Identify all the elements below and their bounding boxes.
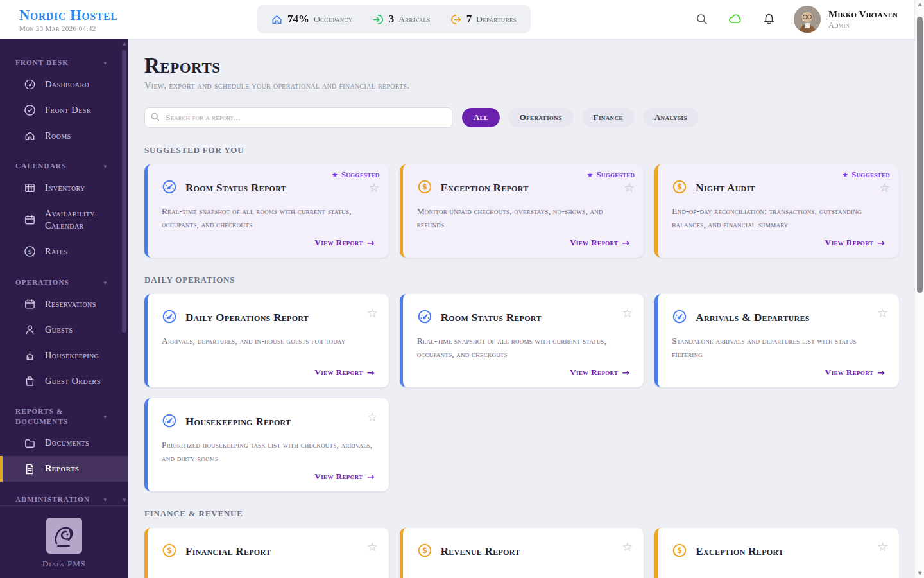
arrivals-stat: 3 Arrivals <box>372 13 431 26</box>
dollar-icon: $ <box>672 179 687 197</box>
cloud-sync-icon[interactable] <box>727 11 744 28</box>
sidebar-section-front-desk[interactable]: Front Desk ▾ <box>0 58 128 67</box>
favorite-star-icon[interactable]: ☆ <box>622 541 633 553</box>
svg-text:$: $ <box>677 546 682 555</box>
scroll-up-icon[interactable]: ▲ <box>122 41 127 46</box>
view-report-link[interactable]: View Report→ <box>314 367 374 378</box>
avatar[interactable] <box>794 6 821 33</box>
diafa-pms-logo <box>46 518 82 554</box>
view-report-link[interactable]: View Report→ <box>570 238 629 248</box>
view-report-link[interactable]: View Report→ <box>314 238 374 248</box>
sidebar-item-rooms[interactable]: Rooms <box>0 123 128 148</box>
header-stats: 74% Occupancy 3 Arrivals 7 Departures <box>257 5 531 33</box>
view-report-link[interactable]: View Report→ <box>570 367 629 378</box>
sidebar-footer: Diafa PMS <box>0 506 128 578</box>
svg-text:$: $ <box>167 546 172 555</box>
person-icon <box>23 324 36 336</box>
favorite-star-icon[interactable]: ☆ <box>877 541 888 553</box>
search-input[interactable] <box>144 107 452 128</box>
sidebar-item-label: Rooms <box>45 130 71 143</box>
sidebar-item-inventory[interactable]: Inventory <box>0 175 128 201</box>
favorite-star-icon[interactable]: ☆ <box>622 307 633 319</box>
favorite-star-icon[interactable]: ☆ <box>624 182 635 194</box>
view-report-link[interactable]: View Report→ <box>314 471 374 482</box>
scrollbar-thumb[interactable] <box>917 17 923 293</box>
report-card-room-status-2[interactable]: ☆ Room Status Report Real-time snapshot … <box>400 294 644 387</box>
report-card-exception[interactable]: ★Suggested ☆ $ Exception Report Monitor … <box>400 164 644 258</box>
favorite-star-icon[interactable]: ☆ <box>877 307 888 319</box>
occupancy-label: Occupancy <box>314 14 353 24</box>
report-card-revenue[interactable]: ☆ $ Revenue Report <box>400 528 644 578</box>
report-card-housekeeping[interactable]: ☆ Housekeeping Report Prioritized housek… <box>144 398 389 491</box>
scroll-down-icon[interactable]: ▼ <box>122 498 127 503</box>
gauge-icon <box>162 413 177 431</box>
report-card-room-status[interactable]: ★Suggested ☆ Room Status Report Real-tim… <box>144 164 389 258</box>
sidebar-item-rates[interactable]: $ Rates <box>0 239 128 265</box>
report-card-exception-2[interactable]: ☆ $ Exception Report <box>654 528 899 578</box>
report-card-title: Daily Operations Report <box>185 311 309 324</box>
window-scrollbar[interactable]: ▲ ▼ <box>914 0 924 578</box>
calendar-icon <box>23 298 36 310</box>
report-card-title: Arrivals & Departures <box>696 311 809 324</box>
notifications-bell-icon[interactable] <box>760 11 777 28</box>
sidebar-section-operations[interactable]: Operations ▾ <box>0 277 128 287</box>
sidebar-item-reports[interactable]: Reports <box>0 456 128 482</box>
gauge-icon <box>162 179 177 197</box>
page-title: Reports <box>144 54 899 78</box>
filter-chip-operations[interactable]: Operations <box>508 108 574 127</box>
favorite-star-icon[interactable]: ☆ <box>369 182 380 194</box>
report-card-desc: Prioritized housekeeping task list with … <box>162 439 373 466</box>
bag-icon <box>23 375 36 387</box>
arrow-right-icon: → <box>367 471 375 482</box>
filter-chip-finance[interactable]: Finance <box>582 108 635 127</box>
user-menu[interactable]: Mikko Virtanen Admin <box>794 6 898 33</box>
sidebar-section-calendars[interactable]: Calendars ▾ <box>0 161 128 171</box>
sidebar-section-reports-documents[interactable]: Reports & Documents ▾ <box>0 407 128 426</box>
sidebar-item-guests[interactable]: Guests <box>0 317 128 342</box>
scroll-up-icon[interactable]: ▲ <box>915 0 924 9</box>
sidebar-item-label: Inventory <box>45 182 85 195</box>
search-icon[interactable] <box>694 11 710 28</box>
sidebar-nav: Front Desk ▾ Dashboard Front Desk Rooms … <box>0 39 128 505</box>
svg-text:$: $ <box>677 182 682 191</box>
sidebar-item-dashboard[interactable]: Dashboard <box>0 71 128 97</box>
filter-chip-all[interactable]: All <box>462 108 500 127</box>
section-daily-operations-label: Daily Operations <box>144 275 899 285</box>
report-card-night-audit[interactable]: ★Suggested ☆ $ Night Audit End-of-day re… <box>654 164 899 258</box>
sidebar-item-availability-calendar[interactable]: Availability Calendar <box>0 201 128 239</box>
report-card-title: Exception Report <box>696 545 783 558</box>
home-icon <box>271 13 283 26</box>
filter-chip-analysis[interactable]: Analysis <box>643 108 699 127</box>
sidebar-scrollbar[interactable]: ▲ ▼ <box>122 42 127 502</box>
report-card-title: Night Audit <box>696 182 755 195</box>
sidebar-item-front-desk[interactable]: Front Desk <box>0 97 128 123</box>
sidebar-section-administration[interactable]: Administration ▾ <box>0 495 128 504</box>
chevron-down-icon: ▾ <box>103 414 107 420</box>
favorite-star-icon[interactable]: ☆ <box>367 541 378 553</box>
main-content: Reports View, export and schedule your o… <box>128 39 914 578</box>
view-report-link[interactable]: View Report→ <box>825 238 885 248</box>
view-report-link[interactable]: View Report→ <box>825 367 885 378</box>
scroll-down-icon[interactable]: ▼ <box>915 569 924 578</box>
sidebar-item-guest-orders[interactable]: Guest Orders <box>0 368 128 394</box>
sidebar-item-housekeeping[interactable]: Housekeeping <box>0 342 128 368</box>
dollar-icon: $ <box>672 543 687 561</box>
diafa-pms-label: Diafa PMS <box>42 559 86 569</box>
report-card-title: Exception Report <box>441 182 529 195</box>
favorite-star-icon[interactable]: ☆ <box>367 411 378 423</box>
report-search <box>144 107 452 128</box>
section-label: Operations <box>15 277 69 287</box>
sidebar-item-reservations[interactable]: Reservations <box>0 291 128 317</box>
report-card-arrivals-departures[interactable]: ☆ Arrivals & Departures Standalone arriv… <box>654 294 899 387</box>
sidebar-item-label: Dashboard <box>45 78 89 91</box>
search-icon <box>150 112 160 125</box>
report-card-daily-operations[interactable]: ☆ Daily Operations Report Arrivals, depa… <box>144 294 389 387</box>
report-card-financial[interactable]: ☆ $ Financial Report <box>144 528 389 578</box>
departures-stat: 7 Departures <box>450 13 517 26</box>
sidebar-item-documents[interactable]: Documents <box>0 430 128 456</box>
favorite-star-icon[interactable]: ☆ <box>367 307 378 319</box>
report-card-desc: Real-time snapshot of all rooms with cur… <box>162 205 373 232</box>
favorite-star-icon[interactable]: ☆ <box>879 182 890 194</box>
scrollbar-thumb[interactable] <box>122 50 126 333</box>
check-circle-icon <box>23 104 36 116</box>
